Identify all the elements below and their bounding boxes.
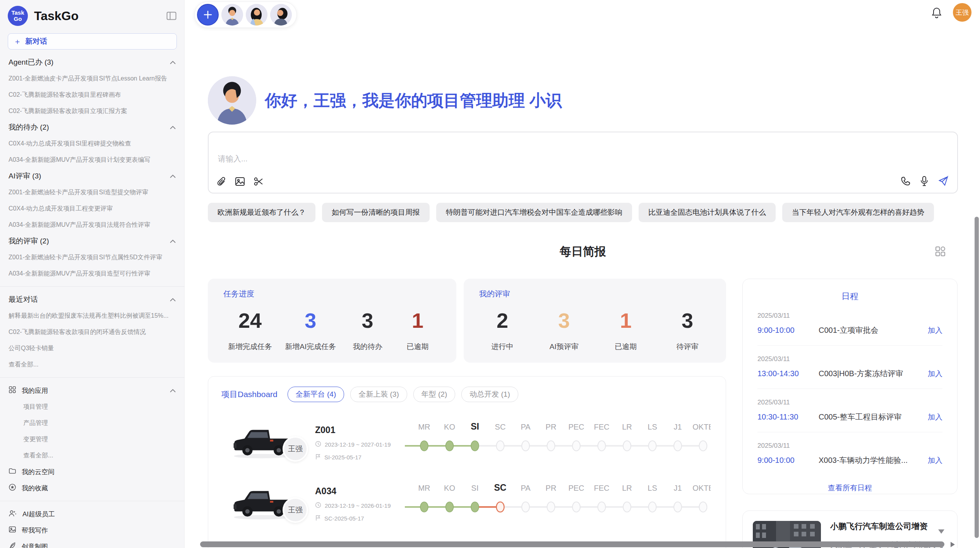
milestone-timeline: MRKOSISCPAPRPECFECLRLSJ1OKTB	[397, 481, 711, 527]
sidebar-item[interactable]: 我的云空间	[9, 464, 176, 480]
schedule-event-name: X003-车辆动力学性能验...	[819, 455, 928, 466]
schedule-item: 2025/03/11 13:00-14:30 C003|H0B-方案冻结评审 加…	[757, 346, 942, 389]
truck-image	[231, 483, 293, 521]
stat-card: 任务进度24新增完成任务3新增AI完成任务3我的待办1已逾期	[208, 279, 456, 363]
dashboard-tab[interactable]: 年型 (2)	[413, 387, 456, 402]
project-vehicle: 王强	[231, 421, 293, 464]
schedule-title: 日程	[757, 291, 942, 302]
conversation-avatar-2[interactable]	[246, 4, 267, 26]
sidebar-section-header[interactable]: 我的评审 (2)	[9, 233, 176, 249]
sidebar-task-item[interactable]: Z001-全新燃油轻卡产品开发项目SI节点属性5D文件评审	[9, 249, 176, 265]
greeting-block: 你好，王强，我是你的项目管理助理 小识	[208, 76, 958, 125]
sidebar-tool-item[interactable]: 创意制图	[9, 538, 176, 548]
add-conversation-button[interactable]	[197, 4, 219, 26]
app-sub-item[interactable]: 产品管理	[23, 415, 176, 431]
scroll-down-arrow-icon[interactable]	[938, 529, 944, 534]
join-meeting-link[interactable]: 加入	[928, 325, 942, 336]
chevron-up-icon[interactable]	[170, 175, 176, 178]
suggestion-chip[interactable]: 特朗普可能对进口汽车增税会对中国车企造成哪些影响	[436, 203, 632, 222]
join-meeting-link[interactable]: 加入	[928, 456, 942, 466]
sidebar-task-item[interactable]: A034-全新新能源MUV产品开发项目计划变更表编写	[9, 152, 176, 168]
sidebar-tool-item[interactable]: 帮我写作	[9, 522, 176, 538]
schedule-item: 2025/03/11 9:00-10:00 X003-车辆动力学性能验... 加…	[757, 432, 942, 475]
sidebar-task-item[interactable]: Z001-全新燃油轻卡产品开发项目SI造型提交物评审	[9, 184, 176, 200]
recent-conversation-item[interactable]: C02-飞腾新能源轻客改款项目的闭环通告反馈情况	[9, 324, 176, 340]
chevron-up-icon[interactable]	[170, 298, 176, 301]
project-dashboard-card: 项目Dashboard 全新平台 (4)全新上装 (3)年型 (2)动总开发 (…	[208, 376, 726, 548]
sidebar-task-item[interactable]: C0X4-动力总成开发项目SI里程碑提交物检查	[9, 135, 176, 152]
chevron-up-icon[interactable]	[170, 61, 176, 64]
dashboard-tab[interactable]: 动总开发 (1)	[461, 387, 518, 402]
schedule-date: 2025/03/11	[757, 442, 942, 450]
phone-icon[interactable]	[901, 176, 911, 186]
chat-input[interactable]	[217, 154, 838, 164]
recent-conversation-item[interactable]: 解释最新出台的欧盟报废车法规再生塑料比例被调至15%...	[9, 308, 176, 324]
bell-icon[interactable]	[931, 7, 942, 18]
sidebar-task-item[interactable]: C0X4-动力总成开发项目工程变更评审	[9, 200, 176, 217]
schedule-item: 2025/03/11 10:30-11:30 C005-整车工程目标评审 加入	[757, 389, 942, 432]
suggestion-chip[interactable]: 如何写一份清晰的项目周报	[322, 203, 430, 222]
user-avatar[interactable]: 王强	[953, 3, 971, 22]
dashboard-tab[interactable]: 全新上装 (3)	[350, 387, 407, 402]
stat: 1已逾期	[399, 308, 436, 352]
sidebar-task-item[interactable]: C02-飞腾新能源轻客改款项目立项汇报方案	[9, 103, 176, 119]
dashboard-tab[interactable]: 全新平台 (4)	[288, 387, 344, 402]
sidebar-task-item[interactable]: A034-全新新能源MUV产品开发项目造型可行性评审	[9, 265, 176, 282]
sidebar-section-header[interactable]: 最近对话	[9, 291, 176, 308]
schedule-list: 2025/03/11 9:00-10:00 C001-立项审批会 加入 2025…	[757, 302, 942, 475]
logo-line2: Go	[14, 16, 22, 22]
app-sub-item[interactable]: 变更管理	[23, 431, 176, 447]
svg-text:SC: SC	[494, 483, 507, 493]
sidebar-task-item[interactable]: Z001-全新燃油皮卡产品开发项目SI节点Lesson Learn报告	[9, 70, 176, 87]
vertical-scrollbar[interactable]	[975, 217, 979, 538]
scissors-icon[interactable]	[254, 176, 264, 187]
schedule-event-name: C005-整车工程目标评审	[819, 412, 928, 422]
collapse-sidebar-icon[interactable]	[166, 11, 176, 21]
project-info: A034 2023-12-19 ~ 2026-01-19 SC-2025-05-…	[315, 486, 397, 522]
attachment-icon[interactable]	[217, 176, 226, 187]
chevron-up-icon[interactable]	[170, 126, 176, 129]
stat-card-title: 我的评审	[479, 289, 711, 299]
sidebar-section-header[interactable]: Agent已办 (3)	[9, 54, 176, 70]
horizontal-scrollbar[interactable]	[200, 541, 944, 547]
stat-label: AI预评审	[545, 342, 583, 352]
left-column: 任务进度24新增完成任务3新增AI完成任务3我的待办1已逾期我的评审2进行中3A…	[208, 279, 726, 548]
suggestion-chip[interactable]: 比亚迪全固态电池计划具体说了什么	[639, 203, 776, 222]
image-icon[interactable]	[235, 176, 245, 187]
suggestion-chips: 欧洲新规最近颁布了什么？如何写一份清晰的项目周报特朗普可能对进口汽车增税会对中国…	[208, 203, 958, 222]
conversation-avatar-1[interactable]	[221, 4, 243, 26]
chat-input-card	[208, 132, 958, 194]
join-meeting-link[interactable]: 加入	[928, 412, 942, 422]
avatar-illustration	[270, 4, 292, 26]
sidebar: Task Go TaskGo ＋ 新对话 Agent已办 (3)Z001-全新燃…	[0, 0, 185, 548]
view-all-schedule-link[interactable]: 查看所有日程	[757, 483, 942, 493]
send-icon[interactable]	[938, 176, 949, 187]
app-sub-item[interactable]: 项目管理	[23, 399, 176, 415]
suggestion-chip[interactable]: 欧洲新规最近颁布了什么？	[208, 203, 315, 222]
recent-conversation-item[interactable]: 查看全部...	[9, 356, 176, 373]
suggestion-chip[interactable]: 当下年轻人对汽车外观有怎样的喜好趋势	[782, 203, 934, 222]
chevron-up-icon[interactable]	[170, 240, 176, 243]
sidebar-item-my-apps[interactable]: 我的应用	[9, 382, 176, 399]
app-sub-item[interactable]: 查看全部...	[23, 447, 176, 464]
project-row[interactable]: 王强 A034 2023-12-19 ~ 2026-01-19 SC-2025-…	[221, 475, 718, 533]
new-chat-button[interactable]: ＋ 新对话	[8, 33, 177, 50]
join-meeting-link[interactable]: 加入	[928, 369, 942, 379]
layout-grid-icon[interactable]	[935, 246, 946, 257]
scroll-right-arrow-icon[interactable]	[951, 542, 955, 547]
project-owner-badge: 王强	[283, 497, 308, 523]
sidebar-section-header[interactable]: 我的待办 (2)	[9, 119, 176, 135]
sidebar-item[interactable]: 我的收藏	[9, 480, 176, 496]
sidebar-task-item[interactable]: A034-全新新能源MUV产品开发项目法规符合性评审	[9, 217, 176, 233]
project-row[interactable]: 王强 Z001 2023-12-19 ~ 2027-01-19 SI-2025-…	[221, 414, 718, 472]
project-vehicle: 王强	[231, 483, 293, 525]
microphone-icon[interactable]	[920, 176, 929, 187]
sidebar-tool-item[interactable]: AI超级员工	[9, 506, 176, 522]
schedule-event-name: C001-立项审批会	[819, 325, 928, 336]
stat: 2进行中	[484, 308, 521, 352]
chevron-up-icon[interactable]	[170, 389, 176, 392]
recent-conversation-item[interactable]: 公司Q3轻卡销量	[9, 340, 176, 356]
conversation-avatar-3[interactable]	[270, 4, 292, 26]
sidebar-task-item[interactable]: C02-飞腾新能源轻客改款项目里程碑画布	[9, 87, 176, 103]
sidebar-section-header[interactable]: AI评审 (3)	[9, 168, 176, 184]
